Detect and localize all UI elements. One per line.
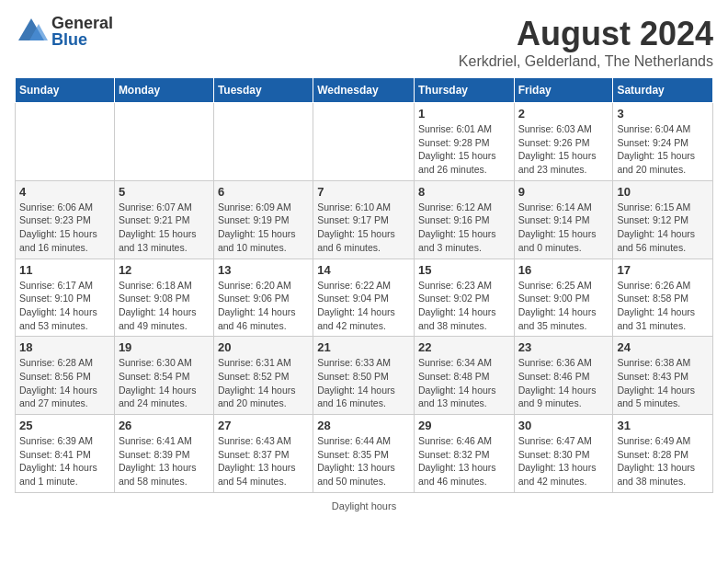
title-area: August 2024 Kerkdriel, Gelderland, The N… (459, 15, 713, 70)
day-detail: Sunrise: 6:09 AM Sunset: 9:19 PM Dayligh… (218, 201, 309, 255)
day-number: 8 (418, 185, 510, 199)
week-row-2: 4Sunrise: 6:06 AM Sunset: 9:23 PM Daylig… (16, 180, 713, 259)
day-number: 18 (19, 340, 110, 354)
day-cell: 13Sunrise: 6:20 AM Sunset: 9:06 PM Dayli… (213, 259, 313, 337)
col-saturday: Saturday (613, 78, 713, 103)
col-friday: Friday (514, 78, 613, 103)
day-cell: 10Sunrise: 6:15 AM Sunset: 9:12 PM Dayli… (613, 180, 713, 259)
day-number: 6 (218, 185, 309, 199)
day-cell: 18Sunrise: 6:28 AM Sunset: 8:56 PM Dayli… (16, 337, 115, 415)
day-number: 25 (19, 419, 110, 432)
day-number: 12 (119, 263, 210, 277)
day-cell: 28Sunrise: 6:44 AM Sunset: 8:35 PM Dayli… (313, 415, 415, 493)
day-number: 22 (418, 340, 510, 354)
day-detail: Sunrise: 6:06 AM Sunset: 9:23 PM Dayligh… (19, 201, 110, 255)
calendar-header: Sunday Monday Tuesday Wednesday Thursday… (16, 78, 713, 103)
col-thursday: Thursday (414, 78, 514, 103)
weekday-header-row: Sunday Monday Tuesday Wednesday Thursday… (16, 78, 713, 103)
day-cell: 4Sunrise: 6:06 AM Sunset: 9:23 PM Daylig… (16, 180, 115, 259)
day-cell: 8Sunrise: 6:12 AM Sunset: 9:16 PM Daylig… (414, 180, 514, 259)
day-detail: Sunrise: 6:26 AM Sunset: 8:58 PM Dayligh… (617, 279, 709, 333)
day-detail: Sunrise: 6:15 AM Sunset: 9:12 PM Dayligh… (617, 201, 709, 255)
day-detail: Sunrise: 6:14 AM Sunset: 9:14 PM Dayligh… (518, 201, 609, 255)
day-detail: Sunrise: 6:03 AM Sunset: 9:26 PM Dayligh… (518, 122, 609, 177)
day-detail: Sunrise: 6:01 AM Sunset: 9:28 PM Dayligh… (418, 122, 510, 177)
day-number: 31 (617, 419, 709, 432)
day-cell: 7Sunrise: 6:10 AM Sunset: 9:17 PM Daylig… (313, 180, 415, 259)
day-detail: Sunrise: 6:36 AM Sunset: 8:46 PM Dayligh… (518, 356, 609, 410)
day-number: 11 (19, 263, 110, 277)
day-cell (313, 103, 415, 181)
day-detail: Sunrise: 6:38 AM Sunset: 8:43 PM Dayligh… (617, 356, 709, 410)
day-number: 30 (518, 419, 609, 432)
logo-icon (15, 15, 48, 48)
day-number: 2 (518, 107, 609, 121)
day-detail: Sunrise: 6:46 AM Sunset: 8:32 PM Dayligh… (418, 434, 510, 488)
day-detail: Sunrise: 6:12 AM Sunset: 9:16 PM Dayligh… (418, 201, 510, 255)
calendar-table: Sunday Monday Tuesday Wednesday Thursday… (15, 77, 713, 493)
day-detail: Sunrise: 6:44 AM Sunset: 8:35 PM Dayligh… (317, 434, 410, 488)
page-header: General Blue August 2024 Kerkdriel, Geld… (15, 15, 713, 70)
day-number: 26 (119, 419, 210, 432)
logo: General Blue (15, 15, 113, 48)
day-number: 7 (317, 185, 410, 199)
day-detail: Sunrise: 6:33 AM Sunset: 8:50 PM Dayligh… (317, 356, 410, 410)
day-number: 28 (317, 419, 410, 432)
day-number: 17 (617, 263, 709, 277)
day-number: 3 (617, 107, 709, 121)
day-cell: 17Sunrise: 6:26 AM Sunset: 8:58 PM Dayli… (613, 259, 713, 337)
day-detail: Sunrise: 6:43 AM Sunset: 8:37 PM Dayligh… (218, 434, 309, 488)
logo-blue: Blue (51, 31, 113, 48)
day-cell: 6Sunrise: 6:09 AM Sunset: 9:19 PM Daylig… (213, 180, 313, 259)
day-cell: 9Sunrise: 6:14 AM Sunset: 9:14 PM Daylig… (514, 180, 613, 259)
day-cell: 30Sunrise: 6:47 AM Sunset: 8:30 PM Dayli… (514, 415, 613, 493)
col-monday: Monday (114, 78, 213, 103)
month-title: August 2024 (459, 15, 713, 53)
day-number: 27 (218, 419, 309, 432)
day-number: 29 (418, 419, 510, 432)
day-cell: 11Sunrise: 6:17 AM Sunset: 9:10 PM Dayli… (16, 259, 115, 337)
calendar-body: 1Sunrise: 6:01 AM Sunset: 9:28 PM Daylig… (16, 103, 713, 493)
day-number: 9 (518, 185, 609, 199)
day-detail: Sunrise: 6:41 AM Sunset: 8:39 PM Dayligh… (119, 434, 210, 488)
day-cell: 21Sunrise: 6:33 AM Sunset: 8:50 PM Dayli… (313, 337, 415, 415)
day-detail: Sunrise: 6:10 AM Sunset: 9:17 PM Dayligh… (317, 201, 410, 255)
day-detail: Sunrise: 6:22 AM Sunset: 9:04 PM Dayligh… (317, 279, 410, 333)
logo-text: General Blue (51, 15, 113, 48)
week-row-5: 25Sunrise: 6:39 AM Sunset: 8:41 PM Dayli… (16, 415, 713, 493)
day-cell: 26Sunrise: 6:41 AM Sunset: 8:39 PM Dayli… (114, 415, 213, 493)
day-cell: 31Sunrise: 6:49 AM Sunset: 8:28 PM Dayli… (613, 415, 713, 493)
day-detail: Sunrise: 6:04 AM Sunset: 9:24 PM Dayligh… (617, 122, 709, 177)
day-cell: 27Sunrise: 6:43 AM Sunset: 8:37 PM Dayli… (213, 415, 313, 493)
day-cell (213, 103, 313, 181)
day-cell: 15Sunrise: 6:23 AM Sunset: 9:02 PM Dayli… (414, 259, 514, 337)
day-detail: Sunrise: 6:34 AM Sunset: 8:48 PM Dayligh… (418, 356, 510, 410)
day-detail: Sunrise: 6:30 AM Sunset: 8:54 PM Dayligh… (119, 356, 210, 410)
day-number: 16 (518, 263, 609, 277)
day-cell (114, 103, 213, 181)
day-cell: 12Sunrise: 6:18 AM Sunset: 9:08 PM Dayli… (114, 259, 213, 337)
day-cell: 19Sunrise: 6:30 AM Sunset: 8:54 PM Dayli… (114, 337, 213, 415)
day-cell: 24Sunrise: 6:38 AM Sunset: 8:43 PM Dayli… (613, 337, 713, 415)
day-detail: Sunrise: 6:20 AM Sunset: 9:06 PM Dayligh… (218, 279, 309, 333)
day-cell: 3Sunrise: 6:04 AM Sunset: 9:24 PM Daylig… (613, 103, 713, 181)
day-cell (16, 103, 115, 181)
day-detail: Sunrise: 6:49 AM Sunset: 8:28 PM Dayligh… (617, 434, 709, 488)
day-detail: Sunrise: 6:07 AM Sunset: 9:21 PM Dayligh… (119, 201, 210, 255)
day-cell: 16Sunrise: 6:25 AM Sunset: 9:00 PM Dayli… (514, 259, 613, 337)
day-detail: Sunrise: 6:39 AM Sunset: 8:41 PM Dayligh… (19, 434, 110, 488)
day-number: 19 (119, 340, 210, 354)
week-row-4: 18Sunrise: 6:28 AM Sunset: 8:56 PM Dayli… (16, 337, 713, 415)
day-cell: 14Sunrise: 6:22 AM Sunset: 9:04 PM Dayli… (313, 259, 415, 337)
week-row-1: 1Sunrise: 6:01 AM Sunset: 9:28 PM Daylig… (16, 103, 713, 181)
day-number: 21 (317, 340, 410, 354)
footer-note: Daylight hours (15, 500, 713, 511)
day-detail: Sunrise: 6:23 AM Sunset: 9:02 PM Dayligh… (418, 279, 510, 333)
day-number: 15 (418, 263, 510, 277)
day-detail: Sunrise: 6:31 AM Sunset: 8:52 PM Dayligh… (218, 356, 309, 410)
day-number: 4 (19, 185, 110, 199)
day-cell: 2Sunrise: 6:03 AM Sunset: 9:26 PM Daylig… (514, 103, 613, 181)
col-tuesday: Tuesday (213, 78, 313, 103)
day-cell: 23Sunrise: 6:36 AM Sunset: 8:46 PM Dayli… (514, 337, 613, 415)
day-detail: Sunrise: 6:18 AM Sunset: 9:08 PM Dayligh… (119, 279, 210, 333)
